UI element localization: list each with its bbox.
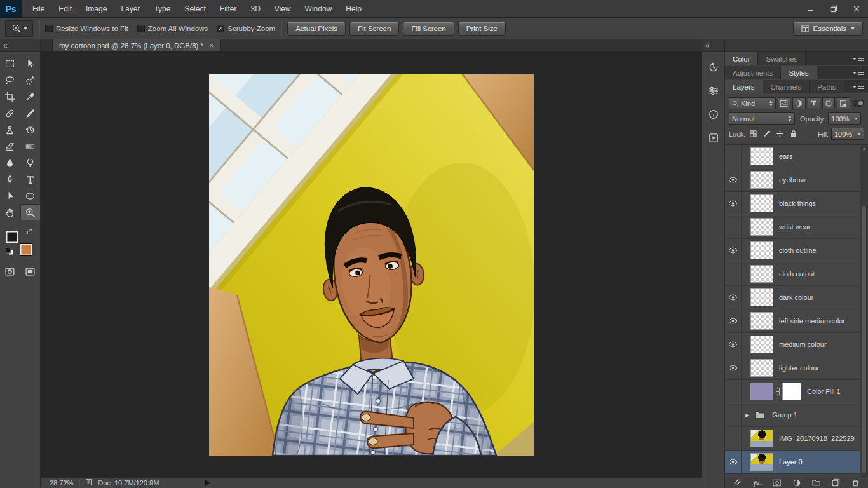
- panel-menu-icon[interactable]: [853, 80, 868, 93]
- panel-menu-icon[interactable]: [853, 66, 868, 79]
- layer-row[interactable]: ▶ Group 1: [725, 403, 868, 427]
- layer-mask-thumbnail[interactable]: [782, 383, 801, 400]
- layer-thumbnail[interactable]: [750, 430, 773, 447]
- zoom-level-field[interactable]: 28.72%: [50, 479, 73, 487]
- tool-eraser[interactable]: [0, 138, 20, 154]
- panel-tab[interactable]: Channels: [763, 80, 810, 93]
- restore-button[interactable]: [822, 0, 845, 17]
- tool-clone-stamp[interactable]: [0, 121, 20, 138]
- panel-tab[interactable]: Styles: [781, 66, 817, 79]
- tool-brush[interactable]: [20, 105, 41, 121]
- layer-filter-kind-dropdown[interactable]: Kind: [729, 97, 776, 109]
- fill-dropdown[interactable]: 100%: [831, 128, 864, 140]
- mask-link-icon[interactable]: [775, 387, 780, 396]
- active-tool-well[interactable]: [5, 20, 33, 37]
- tool-pen[interactable]: [0, 171, 20, 187]
- options-button[interactable]: Fill Screen: [403, 22, 454, 36]
- tool-eyedropper[interactable]: [20, 88, 41, 105]
- checkbox-box[interactable]: ✓: [45, 25, 53, 32]
- tool-blur[interactable]: [0, 154, 20, 171]
- layer-visibility-toggle[interactable]: [725, 356, 742, 379]
- filter-shape-layers-icon[interactable]: [822, 97, 835, 109]
- workspace-switcher[interactable]: Essentials: [793, 22, 863, 36]
- menubar-item[interactable]: Window: [298, 0, 339, 17]
- layer-thumbnail[interactable]: [750, 336, 773, 353]
- layer-thumbnail[interactable]: [750, 218, 773, 236]
- layer-visibility-toggle[interactable]: [725, 333, 742, 356]
- layer-row[interactable]: ▶ Color Fill 1: [725, 380, 868, 403]
- document-size-readout[interactable]: Doc: 10.7M/120.9M: [98, 479, 159, 487]
- layer-thumbnail[interactable]: [750, 194, 773, 212]
- close-button[interactable]: [845, 0, 868, 17]
- tool-horizontal-type[interactable]: [20, 171, 41, 187]
- status-options-arrow[interactable]: [205, 480, 210, 486]
- add-layer-mask-icon[interactable]: [770, 478, 784, 488]
- tool-crop[interactable]: [0, 88, 20, 105]
- filter-adjustment-layers-icon[interactable]: [792, 97, 805, 109]
- tool-ellipse-shape[interactable]: [20, 187, 41, 204]
- layer-filter-toggle[interactable]: [853, 100, 864, 107]
- scroll-up-icon[interactable]: [860, 145, 868, 152]
- layer-visibility-toggle[interactable]: [725, 286, 742, 309]
- filter-pixel-layers-icon[interactable]: [778, 97, 790, 109]
- background-color-swatch[interactable]: [20, 243, 32, 256]
- layer-row[interactable]: ▶ wrist wear: [725, 215, 868, 239]
- menubar-item[interactable]: Layer: [114, 0, 147, 17]
- layer-row[interactable]: ▶ mediium colour: [725, 333, 868, 356]
- layer-thumbnail[interactable]: [750, 265, 773, 283]
- filter-type-layers-icon[interactable]: [808, 97, 820, 109]
- foreground-color-swatch[interactable]: [6, 231, 18, 243]
- layer-visibility-toggle[interactable]: [725, 239, 742, 262]
- options-checkbox[interactable]: ✓ Zoom All Windows: [137, 25, 208, 32]
- panel-tab[interactable]: Adjustments: [725, 66, 781, 79]
- layer-row[interactable]: ▶ cloth cutout: [725, 262, 868, 286]
- tool-move[interactable]: [20, 55, 41, 72]
- group-expand-icon[interactable]: ▶: [745, 412, 749, 418]
- lock-all-icon[interactable]: [788, 128, 799, 139]
- layer-visibility-toggle[interactable]: [725, 168, 742, 191]
- layer-thumbnail[interactable]: [750, 359, 773, 377]
- default-colors-icon[interactable]: [6, 248, 14, 257]
- properties-panel-icon[interactable]: [705, 83, 722, 99]
- menubar-item[interactable]: Type: [147, 0, 177, 17]
- tool-quick-selection[interactable]: [20, 72, 41, 88]
- expand-panels-chevron[interactable]: «: [705, 41, 710, 50]
- layer-row[interactable]: ▶ IMG_20170918_222529: [725, 427, 868, 451]
- layer-row[interactable]: ▶ cloth outline: [725, 239, 868, 262]
- layer-thumbnail[interactable]: [750, 383, 773, 400]
- quick-mask-button[interactable]: [0, 264, 20, 279]
- layer-thumbnail[interactable]: [750, 453, 773, 471]
- delete-layer-icon[interactable]: [848, 478, 862, 488]
- minimize-button[interactable]: [799, 0, 822, 17]
- tool-history-brush[interactable]: [20, 121, 41, 138]
- menubar-item[interactable]: Filter: [213, 0, 244, 17]
- scrollbar-thumb[interactable]: [862, 205, 867, 474]
- panel-menu-icon[interactable]: [853, 52, 868, 65]
- layer-thumbnail[interactable]: [750, 288, 773, 306]
- checkbox-box[interactable]: ✓: [217, 25, 224, 32]
- layers-scrollbar[interactable]: [860, 145, 868, 477]
- options-button[interactable]: Fit Screen: [349, 22, 399, 36]
- layer-row[interactable]: ▶ lighter colour: [725, 356, 868, 380]
- layer-thumbnail[interactable]: [750, 147, 773, 165]
- options-checkbox[interactable]: ✓ Resize Windows to Fit: [45, 25, 128, 32]
- layer-visibility-toggle[interactable]: [725, 380, 742, 403]
- menubar-item[interactable]: Help: [339, 0, 369, 17]
- lock-position-icon[interactable]: [775, 128, 785, 139]
- layer-thumbnail[interactable]: [750, 171, 773, 189]
- layer-row[interactable]: ▶ left side mediumcolor: [725, 309, 868, 333]
- filter-smart-objects-icon[interactable]: [837, 97, 850, 109]
- options-checkbox[interactable]: ✓ Scrubby Zoom: [217, 25, 275, 32]
- menubar-item[interactable]: 3D: [243, 0, 267, 17]
- layer-visibility-toggle[interactable]: [725, 403, 742, 426]
- layer-row[interactable]: ▶ ears: [725, 145, 868, 168]
- options-button[interactable]: Print Size: [458, 22, 506, 36]
- lock-pixels-icon[interactable]: [761, 128, 772, 139]
- canvas-artwork[interactable]: [209, 74, 534, 456]
- swap-colors-icon[interactable]: [26, 228, 34, 237]
- options-button[interactable]: Actual Pixels: [287, 22, 346, 36]
- tool-zoom[interactable]: [20, 204, 41, 220]
- layer-style-fx-icon[interactable]: fx.: [750, 478, 764, 488]
- layer-thumbnail[interactable]: [750, 241, 773, 259]
- layer-row[interactable]: ▶ eyebrow: [725, 168, 868, 192]
